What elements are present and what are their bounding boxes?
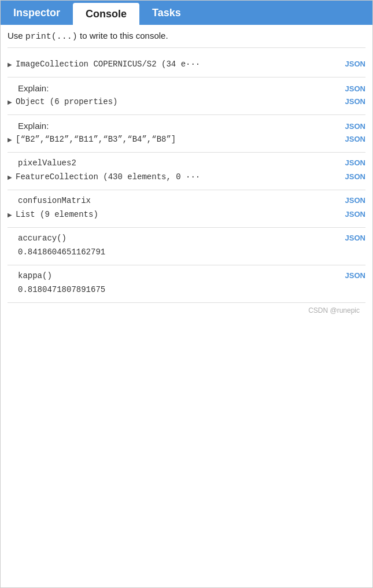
console-row-left-row3b: ▶[“B2”,“B12”,“B11”,“B3”,“B4”,“B8”] — [8, 135, 341, 144]
console-area: Use print(...) to write to this console.… — [1, 25, 372, 318]
row-label-row3b: [“B2”,“B12”,“B11”,“B3”,“B4”,“B8”] — [16, 135, 176, 144]
json-link-row4a[interactable]: JSON — [345, 158, 365, 167]
intro-suffix: to write to this console. — [77, 31, 168, 40]
row-label-row4a: pixelValues2 — [18, 158, 76, 168]
console-row-row6b: 0.8418604651162791 — [8, 246, 365, 260]
console-section-section5: confusionMatrixJSON▶List (9 elements)JSO… — [8, 190, 365, 228]
tab-inspector[interactable]: Inspector — [1, 1, 73, 25]
json-link-row1[interactable]: JSON — [345, 60, 365, 68]
console-row-row4b: ▶FeatureCollection (430 elements, 0 ···J… — [8, 171, 365, 185]
row-label-row2a: Explain: — [18, 83, 49, 93]
console-section-section7: kappa()JSON0.8180471807891675 — [8, 265, 365, 303]
json-link-row2b[interactable]: JSON — [345, 97, 365, 106]
row-label-row7a: kappa() — [18, 271, 52, 280]
console-row-row1: ▶ImageCollection COPERNICUS/S2 (34 e···J… — [8, 58, 365, 72]
console-row-left-row5a: confusionMatrix — [8, 196, 341, 205]
sections-container: ▶ImageCollection COPERNICUS/S2 (34 e···J… — [8, 54, 365, 303]
expand-triangle-row3b[interactable]: ▶ — [8, 136, 12, 143]
row-label-row4b: FeatureCollection (430 elements, 0 ··· — [16, 172, 200, 182]
watermark: CSDN @runepic — [8, 303, 365, 318]
print-code: print(...) — [25, 32, 77, 42]
row-label-row6b: 0.8418604651162791 — [18, 247, 105, 257]
row-label-row5b: List (9 elements) — [16, 210, 98, 219]
console-section-section1: ▶ImageCollection COPERNICUS/S2 (34 e···J… — [8, 54, 365, 77]
json-link-row7a[interactable]: JSON — [345, 271, 365, 280]
console-row-row6a: accuracy()JSON — [8, 232, 365, 246]
console-row-row3a: Explain:JSON — [8, 120, 365, 134]
json-link-row4b[interactable]: JSON — [345, 172, 365, 181]
tab-console[interactable]: Console — [73, 3, 139, 25]
json-link-row5b[interactable]: JSON — [345, 210, 365, 219]
row-label-row3a: Explain: — [18, 121, 49, 131]
console-section-section3: Explain:JSON▶[“B2”,“B12”,“B11”,“B3”,“B4”… — [8, 115, 365, 153]
console-row-row4a: pixelValues2JSON — [8, 157, 365, 171]
console-section-section2: Explain:JSON▶Object (6 properties)JSON — [8, 77, 365, 115]
console-row-left-row4b: ▶FeatureCollection (430 elements, 0 ··· — [8, 172, 341, 182]
console-row-left-row5b: ▶List (9 elements) — [8, 210, 341, 219]
tab-bar: Inspector Console Tasks — [1, 1, 372, 25]
json-link-row6a[interactable]: JSON — [345, 234, 365, 242]
intro-text: Use print(...) to write to this console. — [8, 31, 365, 48]
expand-triangle-row2b[interactable]: ▶ — [8, 99, 12, 105]
console-row-left-row7a: kappa() — [8, 271, 341, 280]
console-row-row7b: 0.8180471807891675 — [8, 284, 365, 298]
expand-triangle-row1[interactable]: ▶ — [8, 61, 12, 68]
console-row-left-row4a: pixelValues2 — [8, 158, 341, 168]
expand-triangle-row5b[interactable]: ▶ — [8, 212, 12, 218]
console-section-section6: accuracy()JSON0.8418604651162791 — [8, 228, 365, 265]
console-row-left-row3a: Explain: — [8, 121, 341, 131]
tab-tasks[interactable]: Tasks — [139, 1, 194, 25]
console-row-left-row6b: 0.8418604651162791 — [8, 247, 365, 257]
console-row-left-row1: ▶ImageCollection COPERNICUS/S2 (34 e··· — [8, 60, 341, 69]
console-section-section4: pixelValues2JSON▶FeatureCollection (430 … — [8, 153, 365, 190]
console-row-row5b: ▶List (9 elements)JSON — [8, 209, 365, 223]
json-link-row3b[interactable]: JSON — [345, 135, 365, 143]
console-row-left-row2b: ▶Object (6 properties) — [8, 97, 341, 106]
row-label-row5a: confusionMatrix — [18, 196, 91, 205]
console-row-row3b: ▶[“B2”,“B12”,“B11”,“B3”,“B4”,“B8”]JSON — [8, 134, 365, 147]
row-label-row6a: accuracy() — [18, 234, 67, 243]
console-row-left-row2a: Explain: — [8, 83, 341, 93]
row-label-row1: ImageCollection COPERNICUS/S2 (34 e··· — [16, 60, 200, 69]
json-link-row3a[interactable]: JSON — [345, 122, 365, 131]
console-row-row5a: confusionMatrixJSON — [8, 195, 365, 209]
row-label-row2b: Object (6 properties) — [16, 97, 117, 106]
expand-triangle-row4b[interactable]: ▶ — [8, 174, 12, 180]
json-link-row5a[interactable]: JSON — [345, 196, 365, 205]
json-link-row2a[interactable]: JSON — [345, 84, 365, 93]
console-row-left-row6a: accuracy() — [8, 234, 341, 243]
row-label-row7b: 0.8180471807891675 — [18, 285, 105, 294]
console-row-row2b: ▶Object (6 properties)JSON — [8, 96, 365, 110]
console-row-row2a: Explain:JSON — [8, 82, 365, 96]
console-row-left-row7b: 0.8180471807891675 — [8, 285, 365, 294]
console-row-row7a: kappa()JSON — [8, 270, 365, 284]
